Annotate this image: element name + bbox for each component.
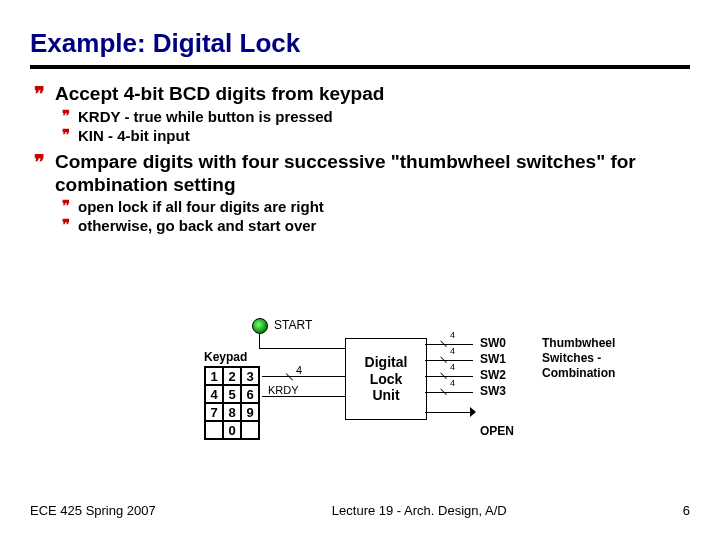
bullet-icon: ❞: [34, 83, 45, 105]
bus-width: 4: [450, 378, 455, 388]
key: 5: [223, 385, 241, 403]
wire: [262, 396, 345, 397]
start-button-icon: [252, 318, 268, 334]
key: 3: [241, 367, 259, 385]
key: 0: [223, 421, 241, 439]
bullet-1b: ❞ KIN - 4-bit input: [62, 127, 690, 145]
bullet-icon: ❞: [62, 198, 70, 215]
arrow-right-icon: [470, 407, 476, 417]
bullet-1a: ❞ KRDY - true while button is pressed: [62, 108, 690, 126]
bullet-1: ❞ Accept 4-bit BCD digits from keypad: [34, 83, 690, 106]
title-divider: [30, 65, 690, 69]
start-label: START: [274, 318, 312, 332]
bullet-2b: ❞ otherwise, go back and start over: [62, 217, 690, 235]
key: 6: [241, 385, 259, 403]
bullet-icon: ❞: [62, 127, 70, 144]
footer-center: Lecture 19 - Arch. Design, A/D: [332, 503, 507, 518]
sw1-label: SW1: [480, 352, 506, 366]
bullet-2: ❞ Compare digits with four successive "t…: [34, 151, 690, 197]
slide-title: Example: Digital Lock: [30, 28, 690, 59]
bullet-icon: ❞: [62, 217, 70, 234]
bus-slash-icon: /: [283, 372, 297, 382]
wire: [262, 376, 345, 377]
bullet-1-text: Accept 4-bit BCD digits from keypad: [55, 83, 384, 106]
key: 9: [241, 403, 259, 421]
sw3-label: SW3: [480, 384, 506, 398]
krdy-label: KRDY: [268, 384, 299, 396]
digital-lock-unit: Digital Lock Unit: [345, 338, 427, 420]
slide-footer: ECE 425 Spring 2007 Lecture 19 - Arch. D…: [30, 503, 690, 518]
bullet-2b-text: otherwise, go back and start over: [78, 217, 316, 235]
bullet-1b-text: KIN - 4-bit input: [78, 127, 190, 145]
bullet-2-text: Compare digits with four successive "thu…: [55, 151, 690, 197]
key: 2: [223, 367, 241, 385]
key: 1: [205, 367, 223, 385]
wire: [259, 348, 345, 349]
bullet-icon: ❞: [34, 151, 45, 173]
bullet-icon: ❞: [62, 108, 70, 125]
open-label: OPEN: [480, 424, 514, 438]
bullet-2a: ❞ open lock if all four digits are right: [62, 198, 690, 216]
footer-right: 6: [683, 503, 690, 518]
unit-label: Digital Lock Unit: [365, 354, 408, 404]
bullet-2a-text: open lock if all four digits are right: [78, 198, 324, 216]
bus-width: 4: [450, 346, 455, 356]
keypad: 1 2 3 4 5 6 7 8 9 0: [204, 366, 260, 440]
bullet-1a-text: KRDY - true while button is pressed: [78, 108, 333, 126]
key-blank: [241, 421, 259, 439]
sw2-label: SW2: [480, 368, 506, 382]
keypad-label: Keypad: [204, 350, 247, 364]
wire: [259, 334, 260, 348]
key: 8: [223, 403, 241, 421]
key: 7: [205, 403, 223, 421]
key: 4: [205, 385, 223, 403]
thumbwheel-label: Thumbwheel Switches - Combination: [542, 336, 615, 381]
block-diagram: START Keypad 1 2 3 4 5 6 7 8 9 0 / 4 KRD…: [170, 316, 690, 466]
bus-width: 4: [450, 330, 455, 340]
wire: [425, 412, 473, 413]
footer-left: ECE 425 Spring 2007: [30, 503, 156, 518]
bus-width: 4: [296, 364, 302, 376]
key-blank: [205, 421, 223, 439]
sw0-label: SW0: [480, 336, 506, 350]
bus-width: 4: [450, 362, 455, 372]
